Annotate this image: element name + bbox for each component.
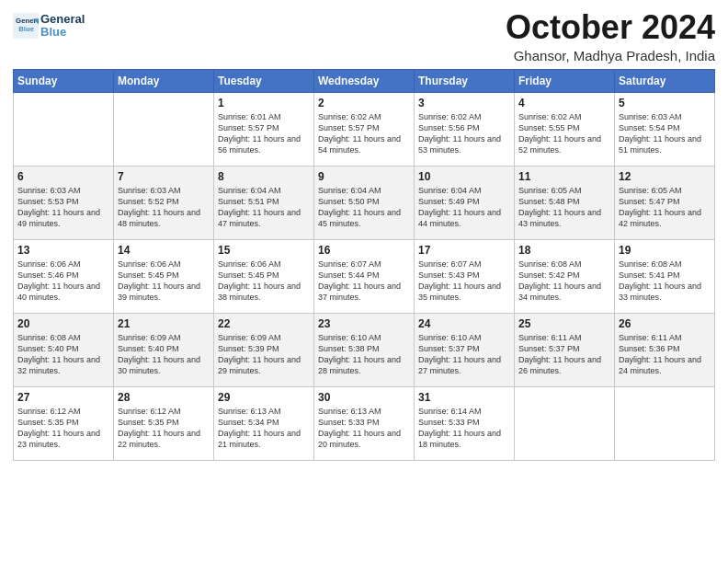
calendar-cell: 26Sunrise: 6:11 AMSunset: 5:36 PMDayligh… xyxy=(615,313,715,386)
col-wednesday: Wednesday xyxy=(314,69,415,92)
cell-content: Sunrise: 6:09 AMSunset: 5:40 PMDaylight:… xyxy=(118,332,210,377)
calendar-cell: 31Sunrise: 6:14 AMSunset: 5:33 PMDayligh… xyxy=(415,386,515,460)
calendar-cell: 8Sunrise: 6:04 AMSunset: 5:51 PMDaylight… xyxy=(214,166,314,239)
calendar-cell: 22Sunrise: 6:09 AMSunset: 5:39 PMDayligh… xyxy=(214,313,314,386)
cell-content: Sunrise: 6:13 AMSunset: 5:33 PMDaylight:… xyxy=(318,406,410,451)
calendar-cell: 29Sunrise: 6:13 AMSunset: 5:34 PMDayligh… xyxy=(214,386,314,460)
calendar-week-row: 20Sunrise: 6:08 AMSunset: 5:40 PMDayligh… xyxy=(14,313,715,386)
col-friday: Friday xyxy=(515,69,615,92)
cell-content: Sunrise: 6:06 AMSunset: 5:45 PMDaylight:… xyxy=(218,259,310,304)
calendar-cell: 21Sunrise: 6:09 AMSunset: 5:40 PMDayligh… xyxy=(114,313,214,386)
col-tuesday: Tuesday xyxy=(214,69,314,92)
calendar-cell: 30Sunrise: 6:13 AMSunset: 5:33 PMDayligh… xyxy=(314,386,415,460)
calendar-cell: 6Sunrise: 6:03 AMSunset: 5:53 PMDaylight… xyxy=(14,166,114,239)
day-number: 25 xyxy=(518,317,610,330)
page: General Blue General Blue October 2024 G… xyxy=(0,0,728,563)
calendar-cell xyxy=(114,92,214,166)
col-thursday: Thursday xyxy=(415,69,515,92)
calendar-cell: 20Sunrise: 6:08 AMSunset: 5:40 PMDayligh… xyxy=(14,313,114,386)
logo-line2: Blue xyxy=(40,26,85,39)
calendar-cell: 4Sunrise: 6:02 AMSunset: 5:55 PMDaylight… xyxy=(515,92,615,166)
day-number: 24 xyxy=(418,317,510,330)
cell-content: Sunrise: 6:03 AMSunset: 5:53 PMDaylight:… xyxy=(17,185,109,230)
cell-content: Sunrise: 6:10 AMSunset: 5:37 PMDaylight:… xyxy=(418,332,510,377)
calendar-cell: 15Sunrise: 6:06 AMSunset: 5:45 PMDayligh… xyxy=(214,239,314,313)
cell-content: Sunrise: 6:01 AMSunset: 5:57 PMDaylight:… xyxy=(218,111,310,156)
cell-content: Sunrise: 6:05 AMSunset: 5:48 PMDaylight:… xyxy=(518,185,610,230)
calendar-table: Sunday Monday Tuesday Wednesday Thursday… xyxy=(13,69,715,461)
day-number: 28 xyxy=(118,391,210,404)
calendar-cell: 5Sunrise: 6:03 AMSunset: 5:54 PMDaylight… xyxy=(615,92,715,166)
calendar-cell: 2Sunrise: 6:02 AMSunset: 5:57 PMDaylight… xyxy=(314,92,415,166)
cell-content: Sunrise: 6:02 AMSunset: 5:56 PMDaylight:… xyxy=(418,111,510,156)
day-number: 27 xyxy=(17,391,109,404)
calendar-cell: 13Sunrise: 6:06 AMSunset: 5:46 PMDayligh… xyxy=(14,239,114,313)
day-number: 26 xyxy=(619,317,711,330)
calendar-cell: 28Sunrise: 6:12 AMSunset: 5:35 PMDayligh… xyxy=(114,386,214,460)
day-number: 30 xyxy=(318,391,410,404)
day-number: 5 xyxy=(619,97,711,109)
calendar-cell xyxy=(515,386,615,460)
calendar-cell: 23Sunrise: 6:10 AMSunset: 5:38 PMDayligh… xyxy=(314,313,415,386)
day-number: 11 xyxy=(518,170,610,183)
cell-content: Sunrise: 6:11 AMSunset: 5:37 PMDaylight:… xyxy=(518,332,610,377)
calendar-cell: 18Sunrise: 6:08 AMSunset: 5:42 PMDayligh… xyxy=(515,239,615,313)
day-number: 4 xyxy=(518,97,610,109)
cell-content: Sunrise: 6:04 AMSunset: 5:50 PMDaylight:… xyxy=(318,185,410,230)
cell-content: Sunrise: 6:13 AMSunset: 5:34 PMDaylight:… xyxy=(218,406,310,451)
day-number: 21 xyxy=(118,317,210,330)
day-number: 31 xyxy=(418,391,510,404)
day-number: 23 xyxy=(318,317,410,330)
calendar-cell: 11Sunrise: 6:05 AMSunset: 5:48 PMDayligh… xyxy=(515,166,615,239)
logo: General Blue General Blue xyxy=(13,13,85,40)
day-number: 29 xyxy=(218,391,310,404)
day-number: 16 xyxy=(318,244,410,257)
day-number: 6 xyxy=(17,170,109,183)
day-number: 17 xyxy=(418,244,510,257)
calendar-cell: 10Sunrise: 6:04 AMSunset: 5:49 PMDayligh… xyxy=(415,166,515,239)
cell-content: Sunrise: 6:10 AMSunset: 5:38 PMDaylight:… xyxy=(318,332,410,377)
header-row: Sunday Monday Tuesday Wednesday Thursday… xyxy=(14,69,715,92)
day-number: 2 xyxy=(318,97,410,109)
day-number: 1 xyxy=(218,97,310,109)
calendar-cell: 1Sunrise: 6:01 AMSunset: 5:57 PMDaylight… xyxy=(214,92,314,166)
cell-content: Sunrise: 6:07 AMSunset: 5:43 PMDaylight:… xyxy=(418,259,510,304)
calendar-cell: 24Sunrise: 6:10 AMSunset: 5:37 PMDayligh… xyxy=(415,313,515,386)
calendar-cell: 16Sunrise: 6:07 AMSunset: 5:44 PMDayligh… xyxy=(314,239,415,313)
col-sunday: Sunday xyxy=(14,69,114,92)
day-number: 18 xyxy=(518,244,610,257)
day-number: 15 xyxy=(218,244,310,257)
day-number: 7 xyxy=(118,170,210,183)
calendar-week-row: 27Sunrise: 6:12 AMSunset: 5:35 PMDayligh… xyxy=(14,386,715,460)
cell-content: Sunrise: 6:06 AMSunset: 5:45 PMDaylight:… xyxy=(118,259,210,304)
col-saturday: Saturday xyxy=(615,69,715,92)
calendar-cell: 9Sunrise: 6:04 AMSunset: 5:50 PMDaylight… xyxy=(314,166,415,239)
day-number: 10 xyxy=(418,170,510,183)
cell-content: Sunrise: 6:14 AMSunset: 5:33 PMDaylight:… xyxy=(418,406,510,451)
calendar-cell: 7Sunrise: 6:03 AMSunset: 5:52 PMDaylight… xyxy=(114,166,214,239)
title-block: October 2024 Ghansor, Madhya Pradesh, In… xyxy=(506,9,715,63)
day-number: 13 xyxy=(17,244,109,257)
logo-line1: General xyxy=(40,13,85,26)
month-title: October 2024 xyxy=(506,9,715,46)
day-number: 14 xyxy=(118,244,210,257)
calendar-cell xyxy=(615,386,715,460)
cell-content: Sunrise: 6:05 AMSunset: 5:47 PMDaylight:… xyxy=(619,185,711,230)
calendar-body: 1Sunrise: 6:01 AMSunset: 5:57 PMDaylight… xyxy=(14,92,715,460)
cell-content: Sunrise: 6:04 AMSunset: 5:51 PMDaylight:… xyxy=(218,185,310,230)
calendar-cell: 25Sunrise: 6:11 AMSunset: 5:37 PMDayligh… xyxy=(515,313,615,386)
calendar-week-row: 1Sunrise: 6:01 AMSunset: 5:57 PMDaylight… xyxy=(14,92,715,166)
cell-content: Sunrise: 6:12 AMSunset: 5:35 PMDaylight:… xyxy=(118,406,210,451)
col-monday: Monday xyxy=(114,69,214,92)
cell-content: Sunrise: 6:06 AMSunset: 5:46 PMDaylight:… xyxy=(17,259,109,304)
header: General Blue General Blue October 2024 G… xyxy=(13,9,715,63)
day-number: 22 xyxy=(218,317,310,330)
calendar-header: Sunday Monday Tuesday Wednesday Thursday… xyxy=(14,69,715,92)
cell-content: Sunrise: 6:02 AMSunset: 5:55 PMDaylight:… xyxy=(518,111,610,156)
calendar-cell: 12Sunrise: 6:05 AMSunset: 5:47 PMDayligh… xyxy=(615,166,715,239)
cell-content: Sunrise: 6:12 AMSunset: 5:35 PMDaylight:… xyxy=(17,406,109,451)
cell-content: Sunrise: 6:11 AMSunset: 5:36 PMDaylight:… xyxy=(619,332,711,377)
day-number: 19 xyxy=(619,244,711,257)
calendar-cell xyxy=(14,92,114,166)
calendar-cell: 19Sunrise: 6:08 AMSunset: 5:41 PMDayligh… xyxy=(615,239,715,313)
